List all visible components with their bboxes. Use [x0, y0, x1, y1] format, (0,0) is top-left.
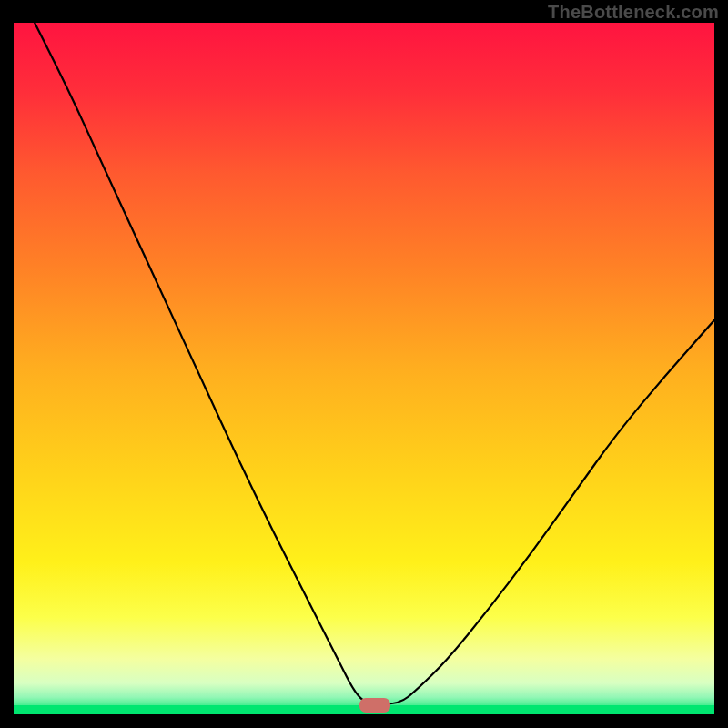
chart-frame: TheBottleneck.com: [0, 0, 728, 728]
plot-area: [14, 23, 714, 714]
minimum-marker: [359, 698, 390, 713]
curve-layer: [14, 23, 714, 714]
watermark-text: TheBottleneck.com: [548, 2, 719, 23]
bottleneck-curve: [35, 23, 714, 704]
